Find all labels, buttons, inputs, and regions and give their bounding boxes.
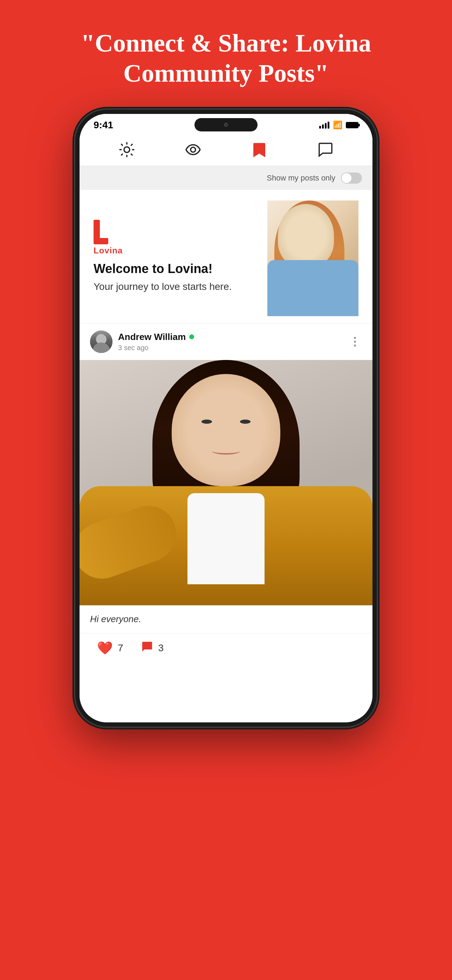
show-my-posts-toggle[interactable]: [341, 172, 362, 184]
signal-bars-icon: [319, 122, 329, 129]
avatar-image: [90, 331, 113, 353]
likes-count: 7: [118, 643, 123, 654]
signal-bar-3: [325, 123, 326, 129]
chat-icon[interactable]: [317, 140, 334, 159]
status-time: 9:41: [94, 119, 113, 131]
author-name-row: Andrew William: [118, 332, 194, 342]
comments-count: 3: [158, 643, 164, 654]
welcome-heading: Welcome to Lovina!: [94, 261, 267, 276]
dynamic-island: [194, 118, 258, 131]
welcome-subheading: Your journey to love starts here.: [94, 280, 267, 293]
likes-action[interactable]: ❤️ 7: [97, 641, 123, 655]
status-icons: 📶: [319, 121, 358, 130]
welcome-card: Lovina Welcome to Lovina! Your journey t…: [80, 190, 372, 323]
phone-frame: 9:41 📶: [68, 110, 384, 980]
woman-shirt: [267, 260, 358, 316]
settings-icon[interactable]: [118, 140, 136, 159]
more-dot-1: [354, 337, 356, 339]
post-image: [80, 360, 372, 605]
caption-text: Hi everyone.: [90, 614, 141, 624]
heart-icon: ❤️: [97, 641, 113, 655]
svg-point-1: [191, 147, 196, 152]
logo-l-shape: [94, 220, 111, 244]
wifi-icon: 📶: [333, 121, 342, 130]
author-details: Andrew William 3 sec ago: [118, 332, 194, 352]
more-dot-2: [354, 341, 356, 343]
comment-icon: [141, 640, 153, 656]
toggle-bar: Show my posts only: [80, 166, 372, 190]
comments-action[interactable]: 3: [141, 640, 164, 656]
signal-bar-1: [319, 126, 321, 129]
signal-bar-4: [328, 122, 329, 129]
online-indicator: [189, 334, 194, 339]
phone-screen: 9:41 📶: [80, 114, 372, 722]
logo-lovina-text: Lovina: [94, 246, 123, 256]
phone-shell: 9:41 📶: [75, 110, 377, 727]
battery-icon: [346, 122, 358, 128]
more-dot-3: [354, 345, 356, 347]
eye-icon[interactable]: [184, 140, 202, 159]
woman-photo: [267, 200, 358, 316]
signal-bar-2: [322, 124, 324, 129]
post-author-row: Andrew William 3 sec ago: [80, 323, 372, 360]
author-info: Andrew William 3 sec ago: [90, 331, 194, 353]
camera-dot: [224, 123, 228, 127]
toggle-label: Show my posts only: [267, 173, 335, 183]
bookmark-icon[interactable]: [250, 140, 268, 159]
logo-l-horizontal: [94, 238, 108, 244]
lovina-logo: Lovina: [94, 220, 267, 256]
page-title: "Connect & Share: Lovina Community Posts…: [0, 0, 452, 110]
woman-face: [278, 204, 334, 267]
author-name: Andrew William: [118, 332, 186, 342]
post-caption: Hi everyone.: [80, 605, 372, 633]
top-nav: [80, 134, 372, 166]
author-avatar[interactable]: [90, 331, 113, 353]
post-time: 3 sec ago: [118, 344, 194, 352]
welcome-text-area: Lovina Welcome to Lovina! Your journey t…: [94, 220, 267, 293]
more-options-button[interactable]: [348, 335, 362, 349]
post-actions: ❤️ 7 3: [80, 633, 372, 663]
welcome-woman-image: [267, 200, 358, 313]
svg-point-0: [124, 147, 130, 153]
selfie-photo: [80, 360, 372, 605]
